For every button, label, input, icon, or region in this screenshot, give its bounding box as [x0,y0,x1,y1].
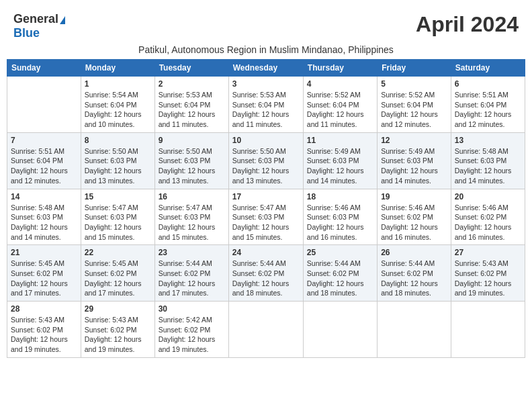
calendar-cell: 19Sunrise: 5:46 AMSunset: 6:02 PMDayligh… [378,189,451,245]
day-number: 25 [307,248,373,257]
logo-blue: Blue [13,26,40,40]
day-number: 18 [307,192,373,201]
day-info: Sunrise: 5:43 AMSunset: 6:02 PMDaylight:… [455,259,521,298]
day-info: Sunrise: 5:42 AMSunset: 6:02 PMDaylight:… [159,315,225,355]
day-info: Sunrise: 5:51 AMSunset: 6:04 PMDaylight:… [455,90,521,130]
calendar-cell: 21Sunrise: 5:45 AMSunset: 6:02 PMDayligh… [7,245,81,302]
day-info: Sunrise: 5:50 AMSunset: 6:03 PMDaylight:… [232,146,300,186]
calendar-cell [451,302,525,358]
day-info: Sunrise: 5:48 AMSunset: 6:03 PMDaylight:… [11,203,77,242]
calendar-cell: 25Sunrise: 5:44 AMSunset: 6:02 PMDayligh… [303,245,377,302]
day-number: 24 [232,248,300,257]
weekday-header-thursday: Thursday [303,60,377,77]
day-number: 17 [232,192,300,201]
day-info: Sunrise: 5:49 AMSunset: 6:03 PMDaylight:… [381,146,447,186]
day-number: 28 [11,304,77,314]
day-info: Sunrise: 5:46 AMSunset: 6:02 PMDaylight:… [455,203,521,242]
day-number: 8 [85,136,151,145]
weekday-header-monday: Monday [81,60,154,77]
day-info: Sunrise: 5:46 AMSunset: 6:02 PMDaylight:… [381,203,447,242]
day-number: 23 [159,248,225,257]
day-info: Sunrise: 5:44 AMSunset: 6:02 PMDaylight:… [381,259,447,298]
calendar-cell: 2Sunrise: 5:53 AMSunset: 6:04 PMDaylight… [154,77,228,133]
day-info: Sunrise: 5:44 AMSunset: 6:02 PMDaylight:… [307,259,373,298]
subtitle: Patikul, Autonomous Region in Muslim Min… [7,43,525,59]
day-number: 21 [11,248,77,257]
day-number: 2 [159,79,225,89]
weekday-header-sunday: Sunday [7,60,81,77]
day-info: Sunrise: 5:53 AMSunset: 6:04 PMDaylight:… [159,90,225,130]
calendar-cell: 6Sunrise: 5:51 AMSunset: 6:04 PMDaylight… [451,77,525,133]
calendar-cell: 22Sunrise: 5:45 AMSunset: 6:02 PMDayligh… [81,245,154,302]
day-info: Sunrise: 5:45 AMSunset: 6:02 PMDaylight:… [11,259,77,298]
day-info: Sunrise: 5:52 AMSunset: 6:04 PMDaylight:… [381,90,447,130]
day-number: 7 [11,136,77,145]
calendar-cell: 30Sunrise: 5:42 AMSunset: 6:02 PMDayligh… [154,302,228,358]
day-number: 16 [159,192,225,201]
calendar-table: SundayMondayTuesdayWednesdayThursdayFrid… [7,59,525,358]
day-info: Sunrise: 5:44 AMSunset: 6:02 PMDaylight:… [232,259,300,298]
calendar-body: 1Sunrise: 5:54 AMSunset: 6:04 PMDaylight… [7,77,525,358]
day-info: Sunrise: 5:46 AMSunset: 6:03 PMDaylight:… [307,203,373,242]
day-number: 22 [85,248,151,257]
day-number: 12 [381,136,447,145]
calendar-cell: 9Sunrise: 5:50 AMSunset: 6:03 PMDaylight… [154,132,228,189]
day-number: 1 [85,79,151,89]
calendar-cell: 7Sunrise: 5:51 AMSunset: 6:04 PMDaylight… [7,132,81,189]
calendar-cell: 8Sunrise: 5:50 AMSunset: 6:03 PMDaylight… [81,132,154,189]
calendar-cell: 14Sunrise: 5:48 AMSunset: 6:03 PMDayligh… [7,189,81,245]
day-number: 26 [381,248,447,257]
calendar-cell: 26Sunrise: 5:44 AMSunset: 6:02 PMDayligh… [378,245,451,302]
calendar-cell: 10Sunrise: 5:50 AMSunset: 6:03 PMDayligh… [228,132,303,189]
calendar-cell: 11Sunrise: 5:49 AMSunset: 6:03 PMDayligh… [303,132,377,189]
week-row-3: 14Sunrise: 5:48 AMSunset: 6:03 PMDayligh… [7,189,525,245]
day-number: 19 [381,192,447,201]
day-number: 29 [85,304,151,314]
day-number: 3 [232,79,300,89]
day-number: 13 [455,136,521,145]
logo-general: General [13,12,58,26]
calendar-cell: 20Sunrise: 5:46 AMSunset: 6:02 PMDayligh… [451,189,525,245]
day-info: Sunrise: 5:45 AMSunset: 6:02 PMDaylight:… [85,259,151,298]
day-number: 9 [159,136,225,145]
day-number: 14 [11,192,77,201]
day-number: 30 [159,304,225,314]
day-info: Sunrise: 5:50 AMSunset: 6:03 PMDaylight:… [159,146,225,186]
calendar-cell: 16Sunrise: 5:47 AMSunset: 6:03 PMDayligh… [154,189,228,245]
day-number: 4 [307,79,373,89]
calendar-cell [378,302,451,358]
weekday-header-saturday: Saturday [451,60,525,77]
week-row-1: 1Sunrise: 5:54 AMSunset: 6:04 PMDaylight… [7,77,525,133]
calendar-cell: 15Sunrise: 5:47 AMSunset: 6:03 PMDayligh… [81,189,154,245]
calendar-cell: 12Sunrise: 5:49 AMSunset: 6:03 PMDayligh… [378,132,451,189]
day-info: Sunrise: 5:49 AMSunset: 6:03 PMDaylight:… [307,146,373,186]
day-number: 10 [232,136,300,145]
day-info: Sunrise: 5:47 AMSunset: 6:03 PMDaylight:… [159,203,225,242]
calendar-cell: 3Sunrise: 5:53 AMSunset: 6:04 PMDaylight… [228,77,303,133]
day-info: Sunrise: 5:50 AMSunset: 6:03 PMDaylight:… [85,146,151,186]
day-info: Sunrise: 5:53 AMSunset: 6:04 PMDaylight:… [232,90,300,130]
weekday-header-friday: Friday [378,60,451,77]
day-info: Sunrise: 5:47 AMSunset: 6:03 PMDaylight:… [232,203,300,242]
day-info: Sunrise: 5:43 AMSunset: 6:02 PMDaylight:… [85,315,151,355]
calendar-cell: 29Sunrise: 5:43 AMSunset: 6:02 PMDayligh… [81,302,154,358]
day-info: Sunrise: 5:54 AMSunset: 6:04 PMDaylight:… [85,90,151,130]
calendar-cell [7,77,81,133]
calendar-cell: 24Sunrise: 5:44 AMSunset: 6:02 PMDayligh… [228,245,303,302]
month-title: April 2024 [416,12,519,37]
weekday-header-tuesday: Tuesday [154,60,228,77]
week-row-4: 21Sunrise: 5:45 AMSunset: 6:02 PMDayligh… [7,245,525,302]
calendar-cell [303,302,377,358]
weekday-header-row: SundayMondayTuesdayWednesdayThursdayFrid… [7,60,525,77]
day-number: 5 [381,79,447,89]
week-row-5: 28Sunrise: 5:43 AMSunset: 6:02 PMDayligh… [7,302,525,358]
logo-text: General [13,12,65,26]
day-number: 27 [455,248,521,257]
day-number: 6 [455,79,521,89]
week-row-2: 7Sunrise: 5:51 AMSunset: 6:04 PMDaylight… [7,132,525,189]
day-info: Sunrise: 5:48 AMSunset: 6:03 PMDaylight:… [455,146,521,186]
logo-icon [60,16,65,24]
calendar-cell: 27Sunrise: 5:43 AMSunset: 6:02 PMDayligh… [451,245,525,302]
calendar-cell: 4Sunrise: 5:52 AMSunset: 6:04 PMDaylight… [303,77,377,133]
day-info: Sunrise: 5:51 AMSunset: 6:04 PMDaylight:… [11,146,77,186]
